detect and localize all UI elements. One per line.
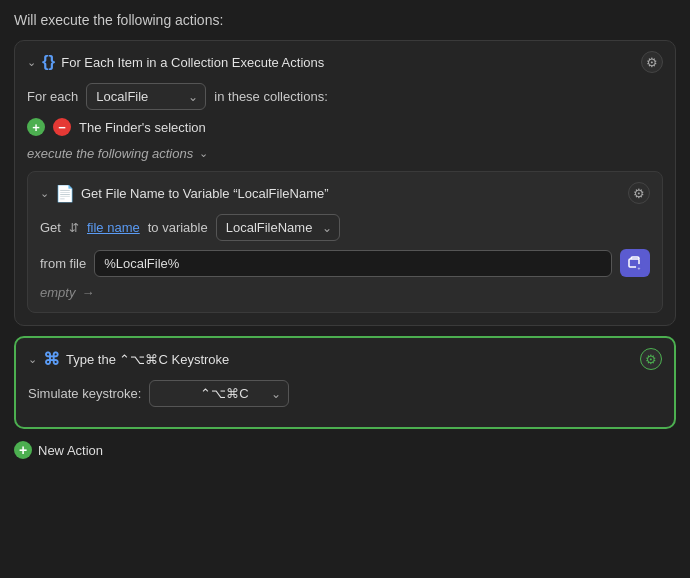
- add-collection-button[interactable]: +: [27, 118, 45, 136]
- command-icon: ⌘: [43, 349, 60, 370]
- loop-block: ⌄ {} For Each Item in a Collection Execu…: [14, 40, 676, 326]
- keystroke-block: ⌄ ⌘ Type the ⌃⌥⌘C Keystroke ⚙ Simulate k…: [14, 336, 676, 429]
- sort-icon: ⇵: [69, 221, 79, 235]
- execute-chevron-icon[interactable]: ⌄: [199, 147, 208, 160]
- for-each-select[interactable]: LocalFile: [86, 83, 206, 110]
- keystroke-select-wrapper: ⌃⌥⌘C: [149, 380, 289, 407]
- get-file-block: ⌄ 📄 Get File Name to Variable “LocalFile…: [27, 171, 663, 313]
- loop-chevron-icon[interactable]: ⌄: [27, 56, 36, 69]
- get-file-block-title: Get File Name to Variable “LocalFileName…: [81, 186, 329, 201]
- get-label: Get: [40, 220, 61, 235]
- loop-header-left: ⌄ {} For Each Item in a Collection Execu…: [27, 52, 324, 72]
- for-each-label: For each: [27, 89, 78, 104]
- file-picker-button[interactable]: +: [620, 249, 650, 277]
- collection-text: The Finder's selection: [79, 120, 206, 135]
- simulate-row: Simulate keystroke: ⌃⌥⌘C: [28, 380, 662, 407]
- get-file-header: ⌄ 📄 Get File Name to Variable “LocalFile…: [40, 182, 650, 204]
- loop-block-header: ⌄ {} For Each Item in a Collection Execu…: [27, 51, 663, 73]
- for-each-row: For each LocalFile in these collections:: [27, 83, 663, 110]
- collection-row: + − The Finder's selection: [27, 118, 663, 136]
- get-file-gear-icon[interactable]: ⚙: [628, 182, 650, 204]
- execute-label: execute the following actions: [27, 146, 193, 161]
- simulate-label: Simulate keystroke:: [28, 386, 141, 401]
- keystroke-gear-icon[interactable]: ⚙: [640, 348, 662, 370]
- loop-gear-icon[interactable]: ⚙: [641, 51, 663, 73]
- keystroke-header: ⌄ ⌘ Type the ⌃⌥⌘C Keystroke ⚙: [28, 348, 662, 370]
- get-file-header-left: ⌄ 📄 Get File Name to Variable “LocalFile…: [40, 184, 329, 203]
- from-file-label: from file: [40, 256, 86, 271]
- from-file-input-wrapper: [94, 250, 612, 277]
- new-action-label: New Action: [38, 443, 103, 458]
- from-file-input[interactable]: [94, 250, 612, 277]
- loop-block-title: For Each Item in a Collection Execute Ac…: [61, 55, 324, 70]
- empty-row: empty →: [40, 285, 650, 300]
- get-file-chevron-icon[interactable]: ⌄: [40, 187, 49, 200]
- for-each-select-wrapper: LocalFile: [86, 83, 206, 110]
- variable-select-wrapper: LocalFileName: [216, 214, 340, 241]
- to-variable-label: to variable: [148, 220, 208, 235]
- new-action-button[interactable]: + New Action: [14, 441, 103, 459]
- file-picker-icon: +: [628, 256, 642, 270]
- get-variable-row: Get ⇵ file name to variable LocalFileNam…: [40, 214, 650, 241]
- remove-collection-button[interactable]: −: [53, 118, 71, 136]
- curly-braces-icon: {}: [42, 52, 55, 72]
- document-icon: 📄: [55, 184, 75, 203]
- file-name-label[interactable]: file name: [87, 220, 140, 235]
- empty-label: empty: [40, 285, 75, 300]
- keystroke-block-title: Type the ⌃⌥⌘C Keystroke: [66, 352, 229, 367]
- execute-row: execute the following actions ⌄: [27, 146, 663, 161]
- arrow-icon: →: [81, 285, 94, 300]
- svg-text:+: +: [638, 265, 641, 271]
- new-action-add-icon: +: [14, 441, 32, 459]
- keystroke-select[interactable]: ⌃⌥⌘C: [149, 380, 289, 407]
- new-action-row: + New Action: [14, 441, 676, 459]
- from-file-row: from file +: [40, 249, 650, 277]
- variable-select[interactable]: LocalFileName: [216, 214, 340, 241]
- keystroke-chevron-icon[interactable]: ⌄: [28, 353, 37, 366]
- keystroke-header-left: ⌄ ⌘ Type the ⌃⌥⌘C Keystroke: [28, 349, 229, 370]
- in-these-label: in these collections:: [214, 89, 327, 104]
- page-title: Will execute the following actions:: [14, 12, 676, 28]
